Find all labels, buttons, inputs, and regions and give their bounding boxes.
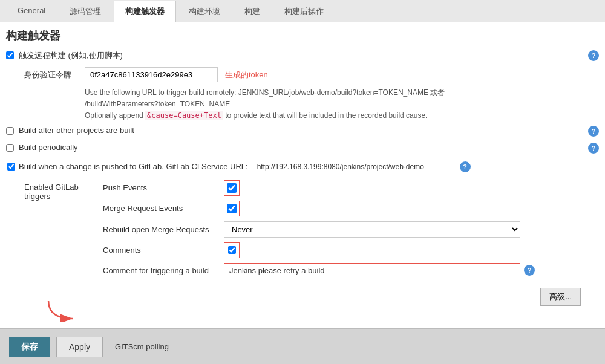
url-line3-pre: Optionally append [85, 111, 145, 120]
comment-trigger-label: Comment for triggering a build [103, 266, 224, 275]
save-button[interactable]: 保存 [9, 337, 50, 357]
rebuild-merge-label: Rebuild open Merge Requests [103, 225, 224, 234]
tab-env[interactable]: 构建环境 [177, 1, 232, 22]
comments-checkbox-box [224, 242, 240, 258]
remote-build-label: 触发远程构建 (例如,使用脚本) [19, 50, 584, 61]
url-line1: Use the following URL to trigger build r… [85, 88, 445, 97]
triggers-table: Push Events Merge Request Events Rebuild… [103, 180, 599, 283]
build-periodically-text: Build periodically [19, 143, 78, 152]
enabled-gitlab-triggers-section: Enabled GitLab triggers Push Events Merg… [24, 180, 599, 283]
build-after-help-icon[interactable]: ? [588, 126, 599, 137]
url-line2: /buildWithParameters?token=TOKEN_NAME [85, 100, 230, 108]
comment-trigger-input[interactable] [224, 263, 520, 278]
scm-polling-label: GITScm polling [115, 342, 169, 351]
token-input[interactable] [85, 67, 218, 82]
enabled-triggers-label: Enabled GitLab triggers [24, 180, 103, 201]
arrow-indicator [42, 297, 79, 323]
build-after-checkbox-col [6, 126, 14, 137]
tab-bar: General 源码管理 构建触发器 构建环境 构建 构建后操作 [0, 0, 605, 22]
token-hint: 生成的token [225, 70, 268, 80]
gitlab-trigger-row: Build when a change is pushed to GitLab.… [6, 160, 599, 174]
build-after-label: Build after other projects are built [19, 126, 586, 135]
comments-checkbox[interactable] [228, 246, 236, 254]
url-info: Use the following URL to trigger build r… [85, 87, 599, 122]
merge-request-events-label: Merge Request Events [103, 204, 224, 213]
remote-build-help-icon[interactable]: ? [588, 50, 599, 61]
bottom-bar: 保存 Apply GITScm polling [0, 328, 605, 364]
page-title: 构建触发器 [6, 22, 599, 50]
main-content: 构建触发器 触发远程构建 (例如,使用脚本) ? 身份验证令牌 生成的token… [0, 22, 605, 364]
build-periodically-checkbox[interactable] [6, 144, 14, 152]
build-after-checkbox[interactable] [6, 127, 14, 135]
build-periodically-row: Build periodically ? [6, 143, 599, 154]
token-row: 身份验证令牌 生成的token [24, 67, 599, 82]
url-line3-code: &cause=Cause+Text [145, 111, 223, 120]
push-events-row: Push Events [103, 180, 599, 196]
tab-post[interactable]: 构建后操作 [273, 1, 335, 22]
rebuild-merge-row: Rebuild open Merge Requests Never On pus… [103, 221, 599, 238]
gitlab-trigger-help-icon[interactable]: ? [460, 161, 471, 172]
token-label: 身份验证令牌 [24, 70, 85, 80]
rebuild-merge-select[interactable]: Never On push to source branch On push t… [224, 221, 520, 238]
build-after-text: Build after other projects are built [19, 126, 134, 135]
apply-button[interactable]: Apply [56, 337, 103, 357]
comments-label: Comments [103, 245, 224, 255]
advanced-button[interactable]: 高级... [540, 288, 581, 306]
push-events-checkbox[interactable] [227, 183, 237, 193]
comment-trigger-row: Comment for triggering a build ? [103, 263, 599, 278]
merge-request-events-checkbox-box [224, 201, 240, 216]
tab-general[interactable]: General [6, 1, 57, 22]
remote-build-row: 触发远程构建 (例如,使用脚本) ? [6, 50, 599, 61]
push-events-checkbox-box [224, 180, 240, 196]
gitlab-url-input[interactable] [252, 160, 457, 174]
advanced-button-row: 高级... [6, 288, 581, 306]
gitlab-trigger-label: Build when a change is pushed to GitLab.… [19, 162, 248, 171]
url-line3-post: to provide text that will be included in… [223, 111, 428, 120]
gitlab-trigger-checkbox[interactable] [7, 163, 15, 171]
build-periodically-label: Build periodically [19, 143, 586, 152]
remote-build-checkbox[interactable] [6, 51, 14, 59]
tab-build[interactable]: 构建 [233, 1, 272, 22]
merge-request-events-checkbox[interactable] [227, 204, 237, 213]
comments-row: Comments [103, 242, 599, 258]
build-periodically-help-icon[interactable]: ? [588, 143, 599, 154]
build-periodically-checkbox-col [6, 143, 14, 154]
push-events-label: Push Events [103, 183, 224, 192]
remote-build-text: 触发远程构建 (例如,使用脚本) [19, 51, 123, 60]
build-after-row: Build after other projects are built ? [6, 126, 599, 137]
remote-build-checkbox-col [6, 50, 14, 61]
tab-triggers[interactable]: 构建触发器 [114, 1, 176, 22]
tab-source[interactable]: 源码管理 [58, 1, 113, 22]
merge-request-events-row: Merge Request Events [103, 201, 599, 216]
comment-trigger-help-icon[interactable]: ? [524, 265, 535, 276]
